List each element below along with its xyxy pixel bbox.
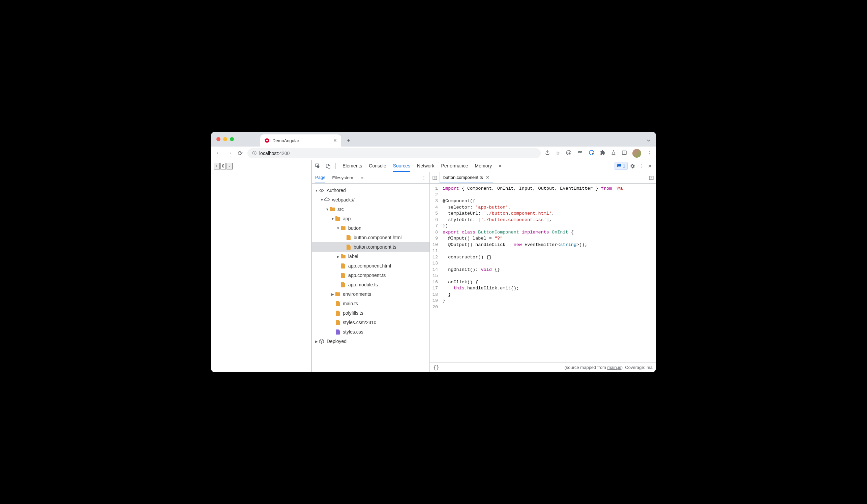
tree-webpack[interactable]: ▼webpack://	[312, 195, 429, 205]
file-icon	[340, 272, 346, 278]
folder-icon	[329, 206, 335, 212]
box-icon	[319, 338, 325, 344]
file-icon	[340, 282, 346, 288]
extension-icon-3[interactable]	[589, 150, 595, 157]
reload-button[interactable]: ⟳	[237, 150, 243, 157]
tab-elements[interactable]: Elements	[342, 160, 362, 172]
svg-point-0	[566, 150, 571, 155]
address-bar: ← → ⟳ ⓘ localhost:4200 ☆ ⋮	[211, 146, 656, 160]
devtools-body: Page Filesystem » ⋮ ▼Authored ▼webpack:/…	[312, 172, 656, 372]
tabs-dropdown-icon[interactable]	[646, 138, 651, 144]
tab-performance[interactable]: Performance	[441, 160, 468, 172]
tree-src[interactable]: ▼src	[312, 205, 429, 214]
extension-icon-1[interactable]	[566, 150, 572, 157]
site-info-icon[interactable]: ⓘ	[252, 150, 257, 156]
tree-app-module[interactable]: app.module.ts	[312, 280, 429, 289]
devtools-tabs: Elements Console Sources Network Perform…	[342, 160, 501, 172]
coverage-status: Coverage: n/a	[625, 365, 653, 370]
file-icon	[340, 263, 346, 269]
code-icon	[319, 187, 325, 193]
sidebar-tabs-overflow-icon[interactable]: »	[361, 175, 364, 180]
share-icon[interactable]	[545, 150, 550, 157]
rendered-page: + -	[211, 160, 311, 372]
folder-icon	[335, 216, 341, 222]
sidebar-tab-page[interactable]: Page	[315, 172, 325, 183]
side-panel-icon[interactable]	[622, 150, 627, 157]
inspect-element-icon[interactable]	[314, 162, 322, 170]
svg-point-7	[592, 153, 593, 154]
url-input[interactable]: ⓘ localhost:4200	[247, 148, 541, 158]
extensions-puzzle-icon[interactable]	[600, 150, 606, 157]
close-editor-tab-icon[interactable]: ✕	[486, 175, 490, 180]
tree-deployed[interactable]: ▶Deployed	[312, 337, 429, 346]
browser-window: DemoAngular ✕ + ← → ⟳ ⓘ localhost:4200 ☆	[211, 132, 656, 372]
issues-count: 1	[623, 163, 625, 168]
tree-polyfills[interactable]: polyfills.ts	[312, 308, 429, 318]
sidebar-tabs: Page Filesystem » ⋮	[312, 172, 429, 184]
sidebar-menu-icon[interactable]: ⋮	[422, 175, 426, 180]
sidebar-tab-filesystem[interactable]: Filesystem	[332, 173, 353, 183]
close-devtools-icon[interactable]: ✕	[646, 162, 654, 170]
file-icon	[345, 244, 352, 250]
tree-authored[interactable]: ▼Authored	[312, 186, 429, 195]
tree-styles-q[interactable]: styles.css?231c	[312, 318, 429, 327]
tree-label-folder[interactable]: ▶label	[312, 252, 429, 261]
forward-button[interactable]: →	[226, 150, 233, 157]
tab-network[interactable]: Network	[417, 160, 434, 172]
extension-icon-2[interactable]	[577, 150, 583, 157]
back-button[interactable]: ←	[215, 150, 222, 157]
svg-point-3	[578, 151, 580, 153]
maximize-window-button[interactable]	[230, 137, 234, 141]
devtools-menu-icon[interactable]: ⋮	[637, 162, 645, 170]
editor-tab-active[interactable]: button.component.ts ✕	[440, 172, 493, 183]
pretty-print-icon[interactable]: {}	[433, 364, 439, 371]
close-tab-icon[interactable]: ✕	[333, 138, 337, 143]
tab-sources[interactable]: Sources	[393, 160, 410, 172]
code-editor[interactable]: 1234567891011121314151617181920 import {…	[430, 184, 656, 362]
toggle-debugger-icon[interactable]	[646, 172, 656, 183]
tree-main-ts[interactable]: main.ts	[312, 299, 429, 308]
chrome-menu-icon[interactable]: ⋮	[646, 150, 652, 156]
file-icon	[335, 310, 341, 316]
tabs-overflow-icon[interactable]: »	[499, 160, 501, 172]
titlebar: DemoAngular ✕ +	[211, 132, 656, 146]
svg-rect-12	[328, 165, 330, 168]
close-window-button[interactable]	[216, 137, 221, 141]
editor-tabs-row: button.component.ts ✕	[430, 172, 656, 184]
toggle-navigator-icon[interactable]	[430, 172, 440, 183]
tree-app[interactable]: ▼app	[312, 214, 429, 223]
tree-app-html[interactable]: app.component.html	[312, 261, 429, 271]
sources-sidebar: Page Filesystem » ⋮ ▼Authored ▼webpack:/…	[312, 172, 430, 372]
counter-value-input[interactable]	[221, 163, 226, 169]
browser-tabs: DemoAngular ✕ +	[260, 132, 656, 146]
tree-environments[interactable]: ▶environments	[312, 289, 429, 299]
new-tab-button[interactable]: +	[344, 136, 353, 145]
svg-point-2	[569, 152, 570, 152]
url-port: :4200	[278, 151, 290, 156]
tab-title: DemoAngular	[272, 138, 299, 143]
minimize-window-button[interactable]	[223, 137, 227, 141]
tree-button-folder[interactable]: ▼button	[312, 223, 429, 233]
increment-button[interactable]: +	[214, 163, 220, 169]
editor-footer: {} (source mapped from main.js) Coverage…	[430, 362, 656, 372]
tree-button-ts[interactable]: button.component.ts	[312, 242, 429, 252]
tab-memory[interactable]: Memory	[475, 160, 492, 172]
devtools-panel: Elements Console Sources Network Perform…	[311, 160, 656, 372]
decrement-button[interactable]: -	[226, 163, 233, 169]
source-map-link[interactable]: main.js	[608, 365, 621, 370]
labs-flask-icon[interactable]	[611, 150, 616, 157]
tree-button-html[interactable]: button.component.html	[312, 233, 429, 242]
browser-tab-active[interactable]: DemoAngular ✕	[260, 134, 341, 146]
tree-app-ts[interactable]: app.component.ts	[312, 271, 429, 280]
tree-styles[interactable]: styles.css	[312, 327, 429, 337]
settings-gear-icon[interactable]	[628, 162, 636, 170]
bookmark-star-icon[interactable]: ☆	[556, 150, 560, 156]
line-numbers: 1234567891011121314151617181920	[430, 184, 441, 362]
device-toolbar-icon[interactable]	[324, 162, 332, 170]
profile-avatar[interactable]	[632, 149, 641, 158]
issues-badge[interactable]: 1	[614, 162, 628, 170]
devtools-header: Elements Console Sources Network Perform…	[312, 160, 656, 172]
folder-icon	[340, 225, 346, 231]
folder-icon	[335, 291, 341, 297]
tab-console[interactable]: Console	[369, 160, 386, 172]
